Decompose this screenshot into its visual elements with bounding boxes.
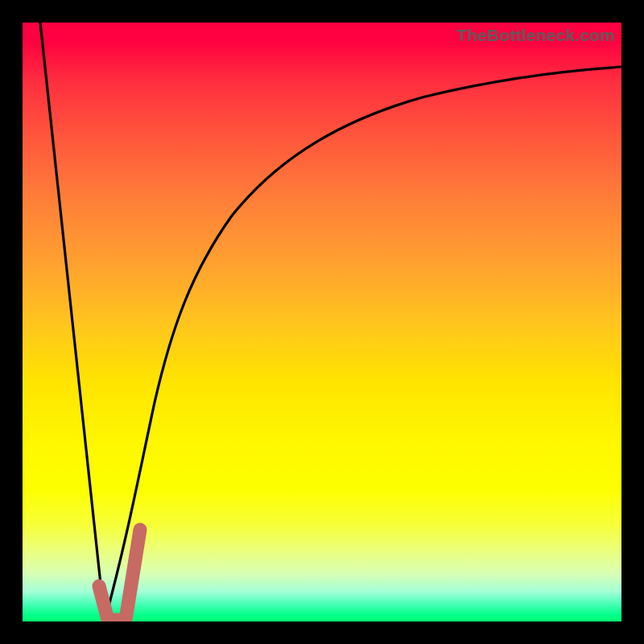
chart-svg xyxy=(23,23,621,621)
attribution-watermark: TheBottleneck.com xyxy=(456,26,615,45)
left-branch-curve xyxy=(40,23,105,621)
bottleneck-marker xyxy=(99,530,140,620)
chart-frame: TheBottleneck.com xyxy=(0,0,644,644)
right-branch-curve xyxy=(105,67,621,621)
chart-gradient-area: TheBottleneck.com xyxy=(23,23,621,621)
